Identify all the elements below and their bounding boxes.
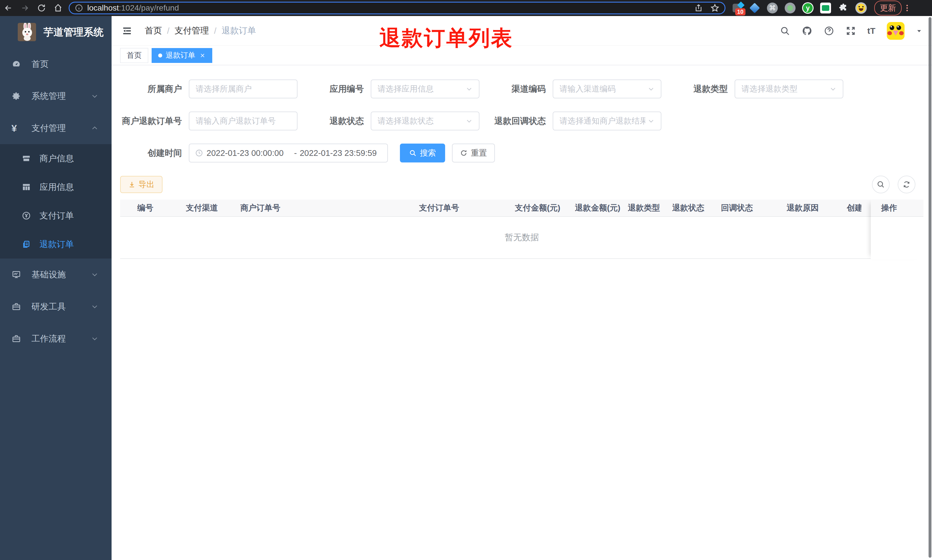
filter-label: 退款类型	[666, 83, 735, 95]
filter-callback-status: 退款回调状态 请选择通知商户退款结果	[484, 112, 661, 131]
briefcase-icon	[11, 302, 21, 311]
filter-label: 退款回调状态	[484, 115, 553, 127]
breadcrumb-current: 退款订单	[222, 25, 256, 37]
sidebar-item-refund-order[interactable]: 退款订单	[0, 230, 112, 258]
browser-reload-icon[interactable]	[33, 3, 50, 12]
filter-channel: 渠道编码 请输入渠道编码	[484, 80, 661, 98]
tab-home[interactable]: 首页	[120, 48, 148, 63]
sidebar-item-home[interactable]: 首页	[0, 48, 112, 80]
col-refund-reason: 退款原因	[780, 203, 840, 213]
sidebar-collapse-icon[interactable]	[121, 25, 133, 37]
extension-blocks-icon[interactable]: 10	[731, 2, 743, 14]
app-window: 芋道管理系统 首页 系统管理 ¥ 支付管理	[0, 16, 932, 560]
refund-type-select[interactable]: 请选择退款类型	[735, 80, 843, 98]
filter-label: 创建时间	[120, 147, 189, 159]
extension-y-icon[interactable]: y	[802, 2, 814, 14]
empty-text: 暂无数据	[504, 232, 539, 243]
sidebar-item-label: 退款订单	[40, 238, 74, 250]
search-button[interactable]: 搜索	[400, 143, 445, 162]
col-refund-amount: 退款金额(元)	[568, 203, 621, 213]
navbar-actions: tT	[780, 22, 922, 40]
browser-update-label: 更新	[880, 3, 896, 14]
sidebar-item-pay-order[interactable]: 支付订单	[0, 202, 112, 230]
browser-back-icon[interactable]	[0, 3, 17, 12]
refresh-table-icon[interactable]	[898, 175, 915, 193]
refresh-icon	[460, 149, 468, 157]
date-start[interactable]: 2022-01-23 00:00:00	[206, 148, 291, 158]
channel-select[interactable]: 请输入渠道编码	[553, 80, 661, 98]
app-select[interactable]: 请选择应用信息	[371, 80, 480, 98]
extension-chat-icon[interactable]	[820, 2, 831, 14]
date-range-picker[interactable]: 2022-01-23 00:00:00 - 2022-01-23 23:59:5…	[189, 143, 388, 162]
col-refund-type: 退款类型	[621, 203, 665, 213]
app-logo-rabbit	[18, 23, 36, 41]
merchant-refund-no-input[interactable]	[189, 112, 297, 131]
extension-kite-icon[interactable]	[749, 2, 760, 14]
breadcrumb-pay[interactable]: 支付管理	[174, 25, 209, 37]
grid-table-icon	[22, 183, 31, 192]
breadcrumb-home[interactable]: 首页	[145, 25, 162, 37]
sidebar-item-label: 系统管理	[31, 91, 66, 102]
extension-dot-icon[interactable]	[784, 2, 796, 14]
breadcrumb-separator: /	[167, 26, 169, 36]
github-icon[interactable]	[801, 25, 812, 36]
sidebar-logo-row[interactable]: 芋道管理系统	[0, 16, 112, 48]
search-icon[interactable]	[780, 26, 790, 36]
site-info-icon[interactable]	[75, 4, 83, 12]
reset-button[interactable]: 重置	[452, 143, 495, 162]
table-empty-row: 暂无数据	[120, 217, 923, 259]
filter-row-2: 商户退款订单号 退款状态 请选择退款状态 退款回调状态 请选择通知商户退款结果	[120, 112, 923, 131]
help-icon[interactable]	[824, 26, 834, 36]
sidebar-item-infra[interactable]: 基础设施	[0, 258, 112, 291]
callback-status-select[interactable]: 请选择通知商户退款结果	[553, 112, 661, 131]
sidebar-item-label: 研发工具	[31, 301, 66, 312]
extensions-strip: 10 ⌘ y	[731, 2, 867, 14]
sidebar-item-pay[interactable]: ¥ 支付管理	[0, 112, 112, 144]
browser-menu-icon[interactable]	[903, 4, 911, 12]
browser-home-icon[interactable]	[50, 3, 66, 12]
chevron-down-icon	[647, 86, 655, 92]
browser-toolbar: localhost:1024/pay/refund 10 ⌘ y 更新	[0, 0, 932, 16]
sidebar-item-devtools[interactable]: 研发工具	[0, 291, 112, 323]
tab-refund-order[interactable]: 退款订单	[152, 48, 212, 63]
window-scrollbar[interactable]	[929, 17, 931, 558]
table-setting-buttons	[872, 175, 915, 193]
address-bar[interactable]: localhost:1024/pay/refund	[69, 2, 726, 14]
share-icon[interactable]	[694, 4, 703, 12]
col-pay-order-no: 支付订单号	[412, 203, 508, 213]
avatar[interactable]	[887, 22, 904, 40]
date-end[interactable]: 2022-01-23 23:59:59	[300, 148, 384, 158]
sidebar-item-label: 支付管理	[31, 122, 66, 134]
sidebar-item-merchant-info[interactable]: 商户信息	[0, 144, 112, 173]
tab-label: 退款订单	[166, 50, 195, 60]
avatar-caret-icon[interactable]	[916, 28, 922, 34]
col-refund-status: 退款状态	[665, 203, 714, 213]
col-channel: 支付渠道	[179, 203, 234, 213]
tab-close-icon[interactable]	[199, 52, 206, 58]
yen-icon: ¥	[11, 123, 21, 134]
toggle-search-icon[interactable]	[872, 175, 890, 193]
sidebar-item-app-info[interactable]: 应用信息	[0, 173, 112, 202]
bookmark-star-icon[interactable]	[710, 3, 720, 12]
col-pay-amount: 支付金额(元)	[508, 203, 568, 213]
extensions-puzzle-icon[interactable]	[838, 2, 849, 14]
browser-forward-icon[interactable]	[17, 3, 33, 12]
browser-update-button[interactable]: 更新	[874, 1, 902, 15]
chevron-down-icon	[466, 118, 472, 125]
export-button[interactable]: 导出	[120, 176, 163, 193]
extension-smiley-icon[interactable]	[855, 2, 867, 14]
fullscreen-icon[interactable]	[846, 26, 856, 36]
yen-circle-icon	[22, 211, 31, 220]
sidebar-item-label: 商户信息	[40, 153, 74, 165]
merchant-input[interactable]	[189, 80, 297, 98]
font-size-icon[interactable]: tT	[867, 26, 875, 36]
sidebar-item-system[interactable]: 系统管理	[0, 80, 112, 112]
chevron-down-icon	[91, 335, 98, 342]
refund-status-select[interactable]: 请选择退款状态	[371, 112, 480, 131]
extension-badge: 10	[735, 8, 746, 15]
filter-row-3: 创建时间 2022-01-23 00:00:00 - 2022-01-23 23…	[120, 143, 923, 162]
refund-table: 编号 支付渠道 商户订单号 支付订单号 支付金额(元) 退款金额(元) 退款类型…	[120, 200, 923, 259]
sidebar-item-workflow[interactable]: 工作流程	[0, 323, 112, 355]
chevron-up-icon	[91, 125, 98, 132]
extension-command-icon[interactable]: ⌘	[767, 2, 778, 14]
